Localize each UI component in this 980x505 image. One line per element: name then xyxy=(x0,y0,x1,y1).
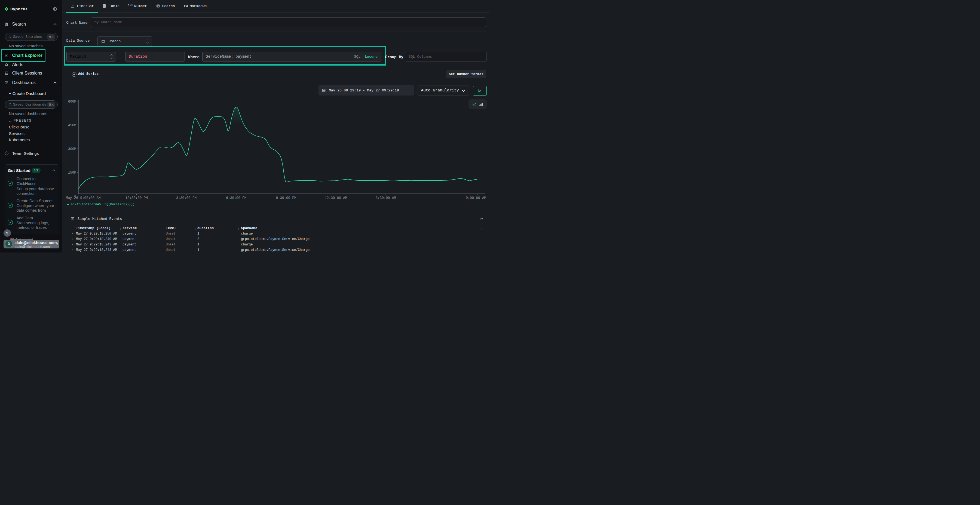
svg-text:9:00:00 AM: 9:00:00 AM xyxy=(466,196,486,200)
svg-text:150M: 150M xyxy=(68,171,76,175)
svg-text:9:30:00 PM: 9:30:00 PM xyxy=(276,196,296,200)
svg-text:600M: 600M xyxy=(68,100,76,104)
svg-text:300M: 300M xyxy=(68,147,76,151)
svg-text:12:30:00 PM: 12:30:00 PM xyxy=(125,196,148,200)
svg-text:3:30:00 PM: 3:30:00 PM xyxy=(176,196,197,200)
svg-text:12:30:00 AM: 12:30:00 AM xyxy=(325,196,347,200)
svg-text:6:30:00 PM: 6:30:00 PM xyxy=(226,196,247,200)
svg-text:450M: 450M xyxy=(68,124,76,127)
svg-text:May 26 9:00:00 AM: May 26 9:00:00 AM xyxy=(66,196,101,200)
svg-text:3:30:00 AM: 3:30:00 AM xyxy=(375,196,396,200)
